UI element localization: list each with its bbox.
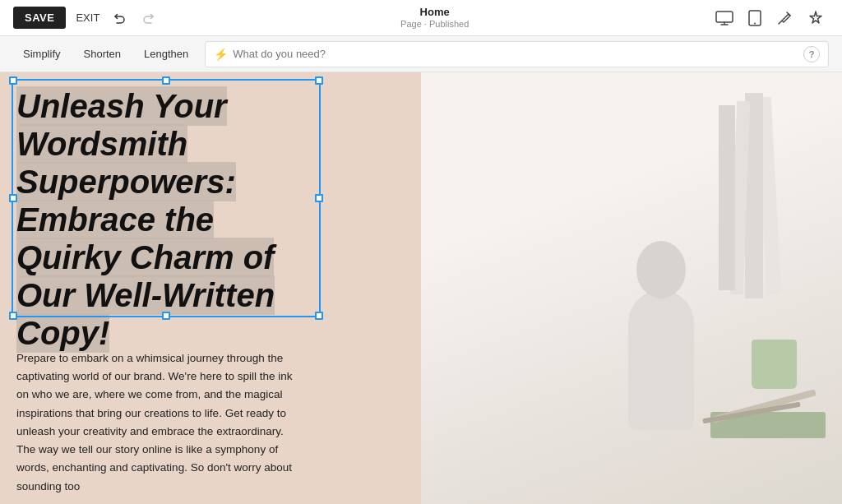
simplify-tab[interactable]: Simplify [13,43,71,65]
svg-point-2 [754,22,756,24]
ai-toolbar: Simplify Shorten Lengthen ⚡ ? [0,36,842,72]
bolt-icon: ⚡ [214,48,228,61]
left-panel[interactable]: Unleash Your Wordsmith Superpowers: Embr… [0,72,421,504]
shorten-tab[interactable]: Shorten [74,43,132,65]
undo-button[interactable] [109,8,129,28]
topbar-center: Home Page · Published [169,6,701,30]
background-image [421,72,842,504]
hero-body[interactable]: Prepare to embark on a whimsical journey… [16,349,296,504]
page-title: Home [169,6,701,19]
handle-top-right[interactable] [315,76,323,85]
top-bar: SAVE EXIT Home Page · Published [0,0,842,36]
help-button[interactable]: ? [803,46,820,62]
topbar-right-icons [710,7,829,30]
save-button[interactable]: SAVE [13,7,66,29]
pen-tool-button[interactable] [771,7,798,30]
svg-rect-0 [716,12,733,22]
hero-title[interactable]: Unleash Your Wordsmith Superpowers: Embr… [16,87,321,352]
redo-button[interactable] [139,8,159,28]
ai-assist-button[interactable] [803,7,829,30]
right-panel [421,72,842,504]
ai-search-input[interactable] [233,48,798,60]
main-content: Unleash Your Wordsmith Superpowers: Embr… [0,72,842,504]
desktop-view-button[interactable] [710,7,738,29]
exit-button[interactable]: EXIT [76,12,99,24]
page-subtitle: Page · Published [169,19,701,30]
handle-top-left[interactable] [9,76,17,85]
lengthen-tab[interactable]: Lengthen [134,43,198,65]
tablet-view-button[interactable] [743,7,766,30]
handle-top-mid[interactable] [162,76,170,85]
ai-search-area: ⚡ ? [205,41,829,67]
